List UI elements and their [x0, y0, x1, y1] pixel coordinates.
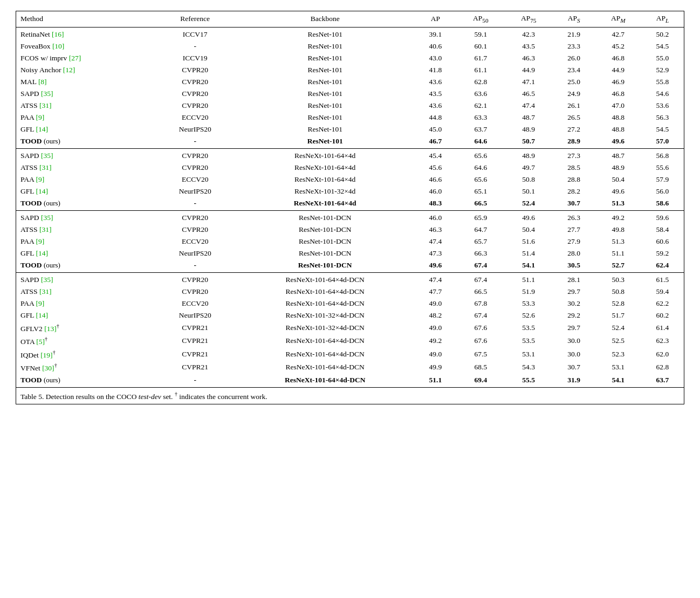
backbone-cell: ResNeXt-101-32×4d	[236, 185, 414, 197]
ref-cell: ECCV20	[154, 112, 236, 123]
backbone-cell: ResNeXt-101-64×4d-DCN	[236, 334, 414, 348]
ap50-cell: 67.6	[457, 334, 505, 348]
table-row: Noisy Anchor [12]CVPR20ResNet-10141.861.…	[16, 64, 684, 76]
apm-cell: 49.2	[595, 210, 641, 224]
apl-cell: 56.8	[641, 148, 684, 162]
aps-cell: 23.4	[553, 64, 595, 76]
backbone-cell: ResNeXt-101-64×4d-DCN	[236, 348, 414, 361]
ap50-cell: 67.8	[457, 298, 505, 310]
apl-cell: 59.6	[641, 210, 684, 224]
ap50-cell: 62.1	[457, 100, 505, 112]
ref-cell: CVPR20	[154, 210, 236, 224]
ap50-cell: 63.3	[457, 112, 505, 123]
method-cell: ATSS [31]	[16, 162, 154, 174]
apm-cell: 48.8	[595, 123, 641, 135]
aps-cell: 30.5	[553, 259, 595, 273]
backbone-cell: ResNet-101	[236, 52, 414, 64]
ap50-cell: 63.7	[457, 123, 505, 135]
apm-cell: 52.4	[595, 321, 641, 335]
backbone-cell: ResNeXt-101-64×4d-DCN	[236, 374, 414, 388]
method-cell: ATSS [31]	[16, 286, 154, 298]
ap-cell: 43.5	[414, 88, 457, 100]
ap-cell: 47.7	[414, 286, 457, 298]
col-header-ap75: AP75	[505, 11, 553, 27]
aps-cell: 24.9	[553, 88, 595, 100]
method-cell: GFL [14]	[16, 310, 154, 321]
aps-cell: 29.2	[553, 310, 595, 321]
ref-cell: ECCV20	[154, 174, 236, 185]
table-row: GFL [14]NeurIPS20ResNeXt-101-32×4d46.065…	[16, 185, 684, 197]
ap50-cell: 64.7	[457, 224, 505, 236]
apm-cell: 51.1	[595, 248, 641, 259]
results-table-container: Method Reference Backbone AP AP50 AP75 A…	[16, 11, 684, 404]
col-header-apl: APL	[641, 11, 684, 27]
method-cell: ATSS [31]	[16, 224, 154, 236]
ref-cell: CVPR21	[154, 361, 236, 374]
ap50-cell: 67.4	[457, 272, 505, 286]
apl-cell: 55.0	[641, 52, 684, 64]
apl-cell: 53.6	[641, 100, 684, 112]
method-cell: Noisy Anchor [12]	[16, 64, 154, 76]
ref-cell: NeurIPS20	[154, 310, 236, 321]
ref-cell: CVPR21	[154, 348, 236, 361]
backbone-cell: ResNet-101-DCN	[236, 210, 414, 224]
apl-cell: 61.4	[641, 321, 684, 335]
apl-cell: 54.5	[641, 40, 684, 52]
method-cell: GFL [14]	[16, 123, 154, 135]
apl-cell: 62.2	[641, 298, 684, 310]
ap75-cell: 50.7	[505, 135, 553, 149]
aps-cell: 31.9	[553, 374, 595, 388]
table-row: ATSS [31]CVPR20ResNeXt-101-64×4d-DCN47.7…	[16, 286, 684, 298]
ref-cell: CVPR20	[154, 148, 236, 162]
ap75-cell: 47.4	[505, 100, 553, 112]
aps-cell: 28.5	[553, 162, 595, 174]
table-row: OTA [5]†CVPR21ResNeXt-101-64×4d-DCN49.26…	[16, 334, 684, 348]
aps-cell: 28.8	[553, 174, 595, 185]
aps-cell: 28.1	[553, 272, 595, 286]
ref-cell: -	[154, 197, 236, 211]
ap50-cell: 67.4	[457, 259, 505, 273]
apl-cell: 55.8	[641, 76, 684, 88]
table-row: SAPD [35]CVPR20ResNet-101-DCN46.065.949.…	[16, 210, 684, 224]
ap-cell: 45.6	[414, 162, 457, 174]
ap-cell: 51.1	[414, 374, 457, 388]
ap-cell: 49.6	[414, 259, 457, 273]
method-cell: GFL [14]	[16, 248, 154, 259]
apm-cell: 49.8	[595, 224, 641, 236]
ap50-cell: 65.1	[457, 185, 505, 197]
method-cell: IQDet [19]†	[16, 348, 154, 361]
table-row: ATSS [31]CVPR20ResNet-101-DCN46.364.750.…	[16, 224, 684, 236]
aps-cell: 29.7	[553, 286, 595, 298]
apm-cell: 46.8	[595, 88, 641, 100]
ap-cell: 46.3	[414, 224, 457, 236]
apm-cell: 47.0	[595, 100, 641, 112]
method-cell: PAA [9]	[16, 236, 154, 248]
apl-cell: 52.9	[641, 64, 684, 76]
table-header-row: Method Reference Backbone AP AP50 AP75 A…	[16, 11, 684, 27]
col-header-backbone: Backbone	[236, 11, 414, 27]
ap50-cell: 67.5	[457, 348, 505, 361]
backbone-cell: ResNet-101	[236, 100, 414, 112]
apl-cell: 56.0	[641, 185, 684, 197]
ap50-cell: 66.5	[457, 286, 505, 298]
apl-cell: 54.5	[641, 123, 684, 135]
ref-cell: ECCV20	[154, 298, 236, 310]
backbone-cell: ResNet-101-DCN	[236, 248, 414, 259]
ref-cell: CVPR20	[154, 88, 236, 100]
ap-cell: 47.4	[414, 272, 457, 286]
ap75-cell: 55.5	[505, 374, 553, 388]
method-cell: FCOS w/ imprv [27]	[16, 52, 154, 64]
ap-cell: 41.8	[414, 64, 457, 76]
apl-cell: 59.2	[641, 248, 684, 259]
ap75-cell: 46.5	[505, 88, 553, 100]
table-row: FoveaBox [10]-ResNet-10140.660.143.523.3…	[16, 40, 684, 52]
aps-cell: 30.0	[553, 334, 595, 348]
ap75-cell: 51.6	[505, 236, 553, 248]
col-header-reference: Reference	[154, 11, 236, 27]
ap-cell: 49.0	[414, 321, 457, 335]
table-row: TOOD (ours)-ResNet-101-DCN49.667.454.130…	[16, 259, 684, 273]
table-row: SAPD [35]CVPR20ResNeXt-101-64×4d-DCN47.4…	[16, 272, 684, 286]
apl-cell: 60.6	[641, 236, 684, 248]
apl-cell: 56.3	[641, 112, 684, 123]
aps-cell: 27.9	[553, 236, 595, 248]
